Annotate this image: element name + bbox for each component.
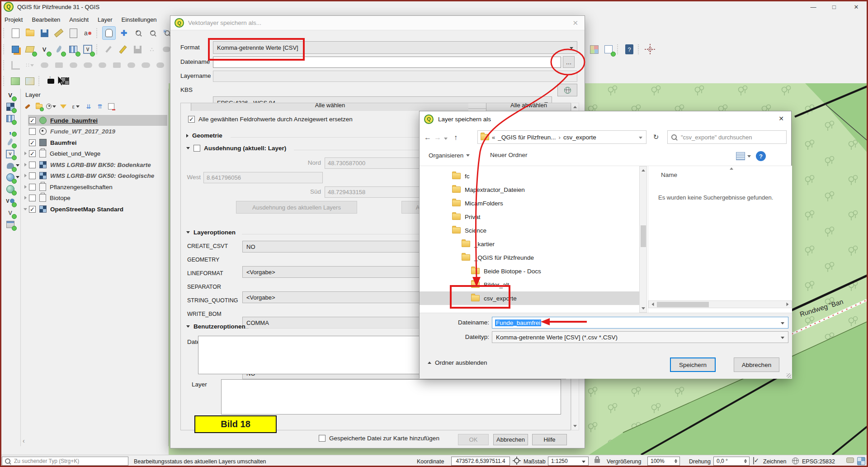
tree-item-privat[interactable]: Privat (420, 210, 639, 224)
tree-item-kartier[interactable]: _kartier (420, 237, 639, 251)
browse-button[interactable]: … (563, 56, 575, 68)
layer-item-openstreetmap[interactable]: OpenStreetMap Standard (22, 204, 167, 214)
layer-checkbox[interactable] (29, 172, 36, 179)
rotation-spinner[interactable]: 0,0 ° (713, 457, 750, 466)
close-button[interactable]: ✕ (844, 0, 868, 14)
filter-legend-icon[interactable] (59, 102, 67, 110)
layer-item-baumfrei[interactable]: Baumfrei (22, 137, 167, 148)
geometry-section-header[interactable]: Geometrie (186, 132, 222, 139)
add-arcgis-layer-icon[interactable]: V (5, 207, 16, 218)
zoom-in-icon[interactable]: + (132, 27, 145, 39)
current-edits-icon[interactable] (102, 43, 115, 56)
lock-scale-icon[interactable] (594, 456, 600, 463)
add-virtual-layer-icon[interactable]: V (5, 148, 16, 159)
scale-combo[interactable]: 1:1250 (548, 457, 589, 466)
layer-checkbox[interactable] (29, 128, 36, 135)
view-mode-icon[interactable] (736, 152, 745, 160)
layer-checkbox[interactable] (29, 139, 36, 146)
layer-item-funde-baumfrei[interactable]: Funde_baumfrei (22, 115, 167, 126)
expander-icon[interactable] (22, 174, 29, 177)
add-wcs-layer-icon[interactable] (5, 184, 16, 195)
tree-item-mapextractor[interactable]: Mapextractor_Dateien (420, 183, 639, 196)
label-toggle-icon[interactable]: a (81, 27, 94, 39)
layer-options-section-header[interactable]: Layeroptionen (186, 229, 236, 236)
layer-checkbox[interactable] (29, 117, 36, 124)
recent-locations-icon[interactable] (444, 138, 448, 140)
help-button[interactable]: Hilfe (532, 434, 567, 445)
dialog2-title-bar[interactable]: Q Layer speichern als ✕ (420, 111, 791, 127)
layer-styling-icon[interactable] (24, 102, 32, 110)
tree-item-bilder-alt[interactable]: Bilder_alt (420, 278, 639, 291)
menu-projekt[interactable]: Projekt (0, 14, 27, 25)
expander-icon[interactable] (22, 196, 29, 200)
scrollbar-thumb[interactable] (641, 225, 646, 247)
tree-item-qgis-fuer-pilzfreunde[interactable]: _QGIS für Pilzfreunde (420, 251, 639, 264)
maximize-button[interactable]: □ (824, 0, 844, 14)
add-spatialite-layer-icon[interactable] (52, 43, 65, 56)
layer-checkbox[interactable] (29, 206, 36, 213)
style-manager-icon[interactable] (52, 27, 65, 39)
add-raster-layer-icon[interactable] (5, 101, 16, 112)
magnifier-spinner[interactable]: 100% (647, 457, 680, 466)
messages-icon[interactable] (846, 457, 854, 463)
extents-icon[interactable] (513, 457, 521, 466)
add-virtual-layer-icon[interactable]: V (81, 43, 94, 56)
custom-options-section-header[interactable]: Benutzeroptionen (186, 323, 245, 330)
layer-checkbox[interactable] (29, 184, 36, 191)
view-mode-dropdown-icon[interactable] (747, 155, 751, 157)
digitizing-tool-icon[interactable] (81, 59, 94, 71)
toggle-editing-icon[interactable] (117, 43, 129, 56)
collapse-all-icon[interactable]: ⇈ (96, 102, 104, 110)
expander-icon[interactable] (22, 208, 29, 210)
locator-search-box[interactable]: Zu suchender Typ (Strg+K) (2, 457, 128, 466)
expander-icon[interactable] (22, 152, 29, 155)
layer-item-wms-gk50[interactable]: WMS LGRB-BW GK50: Geologische (22, 170, 167, 181)
layer-textarea[interactable] (221, 379, 561, 415)
sort-indicator-icon[interactable] (730, 167, 733, 170)
add-vector-layer-icon[interactable]: V (38, 43, 51, 56)
select-all-button[interactable]: Alle wählen (191, 103, 468, 111)
dialog1-title-bar[interactable]: Q Vektorlayer speichern als... ✕ (170, 16, 585, 30)
cancel-button[interactable]: Abbrechen (493, 434, 528, 445)
add-postgis-layer-icon[interactable] (5, 160, 16, 171)
add-vector-layer-icon[interactable]: V (5, 90, 16, 100)
organize-menu[interactable]: Organisieren (429, 149, 470, 161)
back-icon[interactable]: ← (424, 133, 431, 142)
tree-item-fc[interactable]: fc (420, 169, 639, 183)
layer-checkbox[interactable] (29, 195, 36, 201)
filename-input[interactable] (213, 57, 561, 68)
add-mesh-layer-icon[interactable] (67, 43, 80, 56)
advanced-digitizing-icon[interactable]: ∷ (24, 59, 36, 71)
breadcrumb-folder[interactable]: _QGIS für Pilzfreun... (498, 134, 556, 141)
hide-folders-toggle[interactable]: Ordner ausblenden (428, 359, 487, 366)
breadcrumb-bar[interactable]: « _QGIS für Pilzfreun... › csv_exporte (477, 130, 646, 144)
add-spatialite-layer-icon[interactable] (5, 137, 16, 148)
annotation-tool-icon[interactable] (24, 75, 36, 87)
digitizing-tool-icon[interactable] (52, 59, 65, 71)
select-all-button-clipped[interactable]: Alle wählen (191, 103, 468, 111)
add-wfs-layer-icon[interactable]: V (5, 195, 16, 206)
manage-map-themes-icon[interactable] (46, 102, 56, 110)
digitizing-tool-icon[interactable] (110, 59, 123, 71)
resize-grip[interactable] (787, 373, 791, 378)
digitizing-tool-icon[interactable] (125, 59, 137, 71)
add-group-icon[interactable] (35, 102, 43, 110)
layer-item-gebiet-und-wege[interactable]: Gebiet_und_Wege (22, 148, 167, 159)
filetype-combo[interactable]: Komma-getrennte Werte [CSV] (*.csv *.CSV… (492, 331, 788, 343)
help-icon[interactable]: ? (756, 151, 766, 161)
remove-layer-icon[interactable] (107, 102, 115, 110)
project-properties-icon[interactable] (67, 27, 80, 39)
save-button[interactable]: Speichern (670, 357, 716, 372)
expander-icon[interactable] (22, 163, 29, 167)
open-project-icon[interactable] (24, 27, 36, 39)
new-project-icon[interactable] (9, 27, 22, 39)
digitizing-tool-icon[interactable] (154, 59, 166, 71)
menu-layer[interactable]: Layer (93, 14, 117, 25)
zoom-out-icon[interactable]: − (146, 27, 159, 39)
layer-item-pflanzengesellschaften[interactable]: Pflanzengesellschaften (22, 181, 167, 192)
tree-item-science[interactable]: Science (420, 224, 639, 237)
layer-checkbox[interactable] (29, 162, 36, 168)
close-icon[interactable]: ✕ (572, 19, 578, 27)
crs-status[interactable]: EPSG:25832 (802, 458, 835, 465)
layer-item-funde-wt[interactable]: Funde_WT_2017_2019 (22, 126, 167, 137)
